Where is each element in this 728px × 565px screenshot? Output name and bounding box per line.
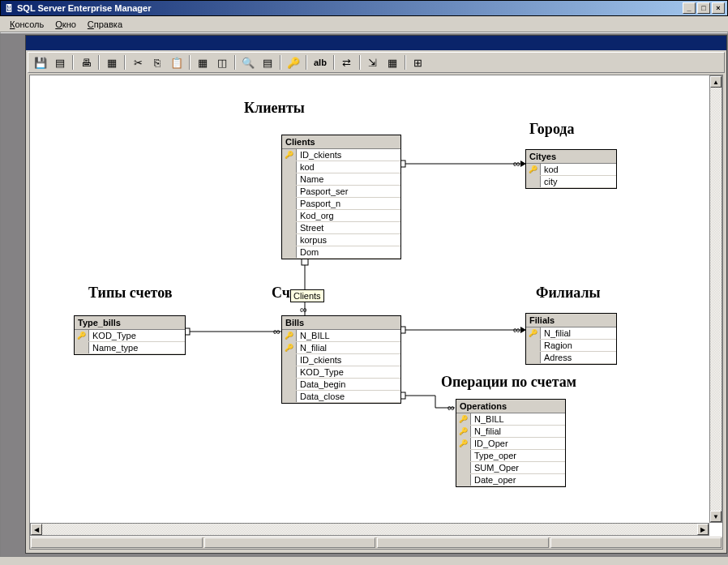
table-column[interactable]: SUM_Oper: [456, 462, 565, 474]
table-column[interactable]: Street: [282, 222, 400, 234]
label-bill-types: Типы счетов: [88, 285, 173, 302]
properties-icon[interactable]: ▤: [51, 54, 69, 71]
copy-icon[interactable]: ⎘: [148, 54, 166, 71]
table-column[interactable]: Ragion: [526, 340, 616, 352]
scroll-down-button[interactable]: ▼: [710, 511, 722, 522]
maximize-button[interactable]: □: [697, 2, 710, 14]
table-column[interactable]: Adress: [526, 352, 616, 364]
table-column[interactable]: Name_type: [75, 342, 185, 354]
close-button[interactable]: ×: [712, 2, 725, 14]
table-column[interactable]: city: [526, 176, 616, 188]
column-icon: [75, 342, 89, 353]
svg-text:∞: ∞: [513, 158, 520, 169]
svg-text:∞: ∞: [273, 326, 280, 337]
minimize-button[interactable]: _: [683, 2, 696, 14]
primary-key-icon: 🔑: [456, 426, 471, 437]
primary-key-icon: 🔑: [282, 149, 297, 161]
table-column[interactable]: Dom: [282, 246, 400, 259]
column-icon: [282, 246, 297, 258]
table-column[interactable]: Data_begin: [282, 379, 400, 391]
table-column[interactable]: 🔑kod: [526, 164, 616, 176]
column-name: Pasport_ser: [297, 186, 400, 196]
table-column[interactable]: kod: [282, 161, 400, 173]
table-bills[interactable]: Bills 🔑N_BILL🔑N_filialID_ckientsKOD_Type…: [281, 315, 401, 404]
column-name: Dom: [297, 247, 400, 257]
scroll-up-button[interactable]: ▲: [710, 76, 722, 88]
primary-key-icon: 🔑: [456, 413, 471, 425]
horizontal-scrollbar[interactable]: ◀ ▶: [30, 523, 709, 536]
column-name: Data_close: [297, 392, 400, 401]
table-clients[interactable]: Clients 🔑ID_ckientskodNamePasport_serPas…: [281, 135, 401, 259]
toolbar: 💾 ▤ 🖶 ▦ ✂ ⎘ 📋 ▦ ◫ 🔍 ▤ 🔑 aIb ⇄ ⇲ ▦: [28, 52, 725, 73]
column-icon: [282, 391, 297, 402]
column-name: Data_begin: [297, 379, 400, 389]
primary-key-icon: 🔑: [282, 330, 297, 341]
table-column[interactable]: Date_oper: [456, 474, 565, 486]
label-operations: Операции по счетам: [441, 374, 576, 391]
column-name: Ragion: [541, 340, 616, 350]
diagram-canvas[interactable]: ∞ ∞ ∞ ∞: [30, 75, 722, 521]
table-column[interactable]: Kod_org: [282, 210, 400, 222]
save-icon[interactable]: 💾: [32, 54, 49, 71]
column-icon: [526, 340, 541, 351]
table-column[interactable]: Name: [282, 173, 400, 186]
table-column[interactable]: 🔑N_filial: [526, 327, 616, 340]
column-name: N_filial: [541, 328, 616, 338]
paste-icon[interactable]: 📋: [168, 54, 186, 71]
column-icon: [282, 366, 297, 378]
table-column[interactable]: 🔑N_BILL: [282, 330, 400, 342]
table-column[interactable]: KOD_Type: [282, 366, 400, 379]
menu-window[interactable]: Окно: [50, 18, 81, 31]
cut-icon[interactable]: ✂: [129, 54, 147, 71]
add-table-icon[interactable]: ▦: [194, 54, 212, 71]
relationship-icon[interactable]: ⇄: [338, 54, 356, 71]
menu-console[interactable]: Консоль: [5, 18, 49, 31]
column-name: Name_type: [89, 343, 185, 353]
primary-key-icon: 🔑: [526, 327, 541, 339]
table-operations[interactable]: Operations 🔑N_BILL🔑N_filial🔑ID_OperType_…: [456, 399, 566, 487]
table-column[interactable]: 🔑N_filial: [456, 426, 565, 438]
key-icon[interactable]: 🔑: [285, 54, 302, 71]
table-column[interactable]: Pasport_n: [282, 198, 400, 210]
script-icon[interactable]: ▤: [259, 54, 276, 71]
view-icon[interactable]: ⊞: [409, 54, 427, 71]
table-cityes[interactable]: Cityes 🔑kodcity: [525, 149, 617, 189]
table-column[interactable]: 🔑N_filial: [282, 342, 400, 354]
table-column[interactable]: 🔑ID_Oper: [456, 438, 565, 450]
canvas-container: ∞ ∞ ∞ ∞: [29, 75, 723, 550]
column-icon: [282, 222, 297, 233]
table-column[interactable]: 🔑ID_ckients: [282, 149, 400, 161]
print-icon[interactable]: 🖶: [77, 54, 95, 71]
column-icon: [456, 474, 471, 486]
column-icon: [282, 198, 297, 209]
table-column[interactable]: Type_oper: [456, 450, 565, 462]
table-title: Clients: [282, 135, 400, 149]
table-filials[interactable]: Filials 🔑N_filialRagionAdress: [525, 313, 617, 365]
diagram-window: 💾 ▤ 🖶 ▦ ✂ ⎘ 📋 ▦ ◫ 🔍 ▤ 🔑 aIb ⇄ ⇲ ▦: [25, 35, 727, 554]
table-column[interactable]: ID_ckients: [282, 354, 400, 366]
menu-help[interactable]: Справка: [83, 18, 127, 31]
column-icon: [282, 186, 297, 197]
table-column[interactable]: 🔑KOD_Type: [75, 330, 185, 342]
zoom-icon[interactable]: 🔍: [239, 54, 257, 71]
svg-text:∞: ∞: [513, 324, 520, 336]
arrange-icon[interactable]: ◫: [213, 54, 231, 71]
table-type-bills[interactable]: Type_bills 🔑KOD_TypeName_type: [74, 315, 186, 355]
column-name: ID_ckients: [297, 355, 400, 365]
column-name: SUM_Oper: [471, 463, 565, 473]
scroll-left-button[interactable]: ◀: [31, 524, 42, 535]
column-name: Kod_org: [297, 211, 400, 220]
column-name: kod: [297, 162, 400, 172]
text-annotation-button[interactable]: aIb: [310, 58, 330, 67]
table-column[interactable]: korpus: [282, 234, 400, 246]
table-column[interactable]: 🔑N_BILL: [456, 413, 565, 426]
table-column[interactable]: Data_close: [282, 391, 400, 403]
tooltip-clients: Clients: [290, 289, 324, 302]
vertical-scrollbar[interactable]: ▲ ▼: [709, 75, 722, 523]
autosize-icon[interactable]: ⇲: [364, 54, 382, 71]
column-icon: [282, 354, 297, 366]
scroll-right-button[interactable]: ▶: [697, 524, 709, 535]
grid-icon[interactable]: ▦: [383, 54, 401, 71]
table-column[interactable]: Pasport_ser: [282, 186, 400, 198]
new-table-icon[interactable]: ▦: [103, 54, 121, 71]
